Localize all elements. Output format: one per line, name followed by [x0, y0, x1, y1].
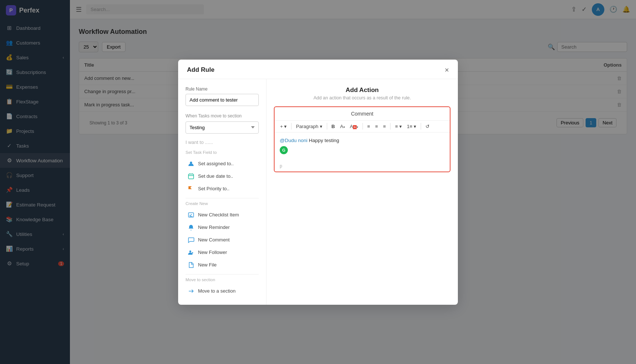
- highlight-button[interactable]: AA▾: [348, 123, 360, 130]
- new-reminder-item[interactable]: New Reminder: [186, 221, 259, 234]
- add-button[interactable]: + ▾: [278, 123, 289, 130]
- set-due-date-label: Set due date to..: [198, 173, 233, 179]
- paragraph-button[interactable]: Paragraph ▾: [294, 123, 324, 130]
- new-checklist-label: New Checklist Item: [198, 212, 239, 218]
- new-file-item[interactable]: New File: [186, 259, 259, 271]
- new-checklist-item[interactable]: New Checklist Item: [186, 209, 259, 221]
- align-left-button[interactable]: ≡: [365, 123, 372, 130]
- font-color-button[interactable]: A▾: [338, 123, 347, 130]
- set-due-date-item[interactable]: Set due date to..: [186, 170, 259, 183]
- modal-header: Add Rule ×: [178, 60, 458, 79]
- add-rule-modal: Add Rule × Rule Name When Tasks move to …: [178, 60, 458, 305]
- rule-name-input[interactable]: [186, 94, 259, 106]
- paragraph-indicator: p: [275, 162, 450, 172]
- modal-overlay: Add Rule × Rule Name When Tasks move to …: [0, 0, 636, 364]
- move-to-section-item[interactable]: Move to a section: [186, 285, 259, 297]
- set-task-label: Set Task Field to: [186, 150, 259, 155]
- new-file-label: New File: [198, 262, 217, 268]
- align-center-button[interactable]: ≡: [373, 123, 380, 130]
- set-priority-item[interactable]: Set Priority to..: [186, 183, 259, 195]
- comment-text: Happy testing: [309, 138, 339, 143]
- left-panel: Rule Name When Tasks move to section Tes…: [178, 79, 266, 305]
- modal-body: Rule Name When Tasks move to section Tes…: [178, 79, 458, 305]
- toolbar-sep: [363, 123, 363, 130]
- when-section-label: When Tasks move to section: [186, 113, 259, 119]
- new-comment-label: New Comment: [198, 237, 230, 243]
- comment-box-header: Comment: [275, 107, 450, 121]
- i-want-label: I want to ......: [186, 139, 259, 145]
- toolbar-sep: [291, 123, 292, 130]
- comment-toolbar: + ▾ Paragraph ▾ B A▾ AA▾ ≡ ≡ ≡ ≡ ▾ 1≡ ▾: [275, 121, 450, 132]
- modal-close-button[interactable]: ×: [445, 66, 449, 74]
- add-action-subtitle: Add an action that occurs as a result of…: [274, 95, 451, 100]
- right-panel: Add Action Add an action that occurs as …: [266, 79, 458, 305]
- new-comment-item[interactable]: New Comment: [186, 234, 259, 246]
- add-action-title: Add Action: [274, 86, 451, 94]
- move-section-label: Move to section: [186, 278, 259, 282]
- toolbar-sep: [327, 123, 327, 130]
- comment-editor-box: Comment + ▾ Paragraph ▾ B A▾ AA▾ ≡ ≡ ≡: [274, 106, 451, 172]
- new-follower-item[interactable]: New Follower: [186, 246, 259, 259]
- ordered-list-button[interactable]: 1≡ ▾: [405, 123, 418, 130]
- set-assigned-item[interactable]: Set assigned to..: [186, 158, 259, 170]
- new-reminder-label: New Reminder: [198, 225, 230, 230]
- bold-button[interactable]: B: [330, 123, 337, 130]
- svg-rect-1: [188, 174, 194, 179]
- undo-button[interactable]: ↺: [424, 123, 431, 130]
- comment-content[interactable]: @Dudu noni Happy testing G: [275, 132, 450, 162]
- toolbar-sep: [421, 123, 421, 130]
- new-follower-label: New Follower: [198, 250, 227, 255]
- modal-title: Add Rule: [187, 66, 215, 74]
- comment-mention: @Dudu noni: [280, 138, 307, 143]
- set-assigned-label: Set assigned to..: [198, 161, 234, 166]
- section-select[interactable]: Testing: [186, 121, 259, 134]
- svg-point-4: [190, 250, 191, 252]
- toolbar-sep: [390, 123, 391, 130]
- set-priority-label: Set Priority to..: [198, 186, 229, 191]
- create-new-label: Create New: [186, 201, 259, 206]
- move-to-section-label: Move to a section: [198, 288, 236, 294]
- grammarly-icon: G: [280, 146, 288, 154]
- rule-name-label: Rule Name: [186, 86, 259, 92]
- align-right-button[interactable]: ≡: [381, 123, 388, 130]
- list-button[interactable]: ≡ ▾: [393, 123, 403, 130]
